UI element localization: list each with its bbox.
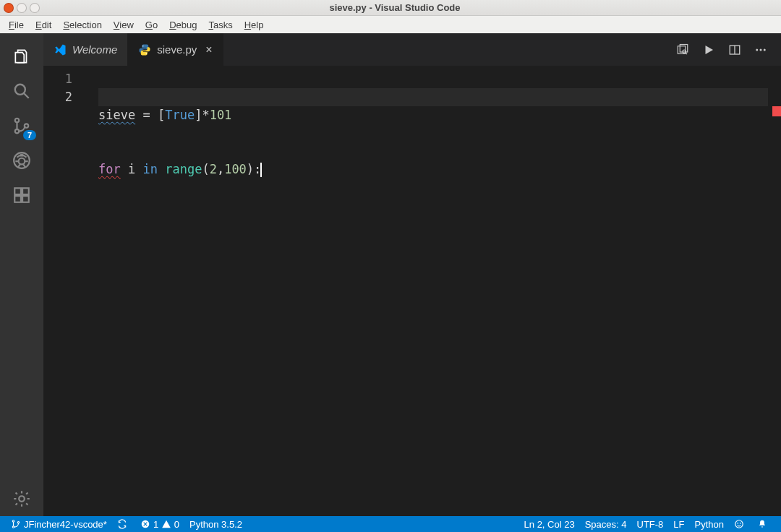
svg-point-0 xyxy=(15,85,25,95)
svg-point-2 xyxy=(15,129,19,133)
svg-point-21 xyxy=(12,526,14,528)
source-control-icon[interactable]: 7 xyxy=(4,108,39,143)
svg-rect-8 xyxy=(22,196,29,202)
svg-point-12 xyxy=(146,53,148,54)
code-line[interactable]: sieve = [True]*101 xyxy=(98,106,781,124)
svg-rect-14 xyxy=(680,44,688,52)
status-bar: JFincher42-vscode* 1 0 Python 3.5.2 Ln 2… xyxy=(0,516,781,532)
close-icon[interactable]: × xyxy=(205,43,212,56)
search-icon[interactable] xyxy=(4,74,39,108)
tab-welcome-label: Welcome xyxy=(72,43,117,56)
vscode-logo-icon xyxy=(54,43,67,56)
extensions-icon[interactable] xyxy=(4,178,39,213)
svg-point-17 xyxy=(756,48,758,51)
window-titlebar: sieve.py - Visual Studio Code xyxy=(0,0,781,16)
line-number: 2 xyxy=(43,88,72,106)
git-branch-status[interactable]: JFincher42-vscode* xyxy=(6,519,112,530)
python-interpreter-status[interactable]: Python 3.5.2 xyxy=(184,519,247,530)
menu-file[interactable]: File xyxy=(3,18,30,32)
svg-point-1 xyxy=(15,119,19,122)
explorer-icon[interactable] xyxy=(4,39,39,74)
menu-tasks[interactable]: Tasks xyxy=(202,18,238,32)
notifications-bell-icon[interactable] xyxy=(752,519,775,529)
debug-icon[interactable] xyxy=(4,143,39,178)
line-number: 1 xyxy=(43,70,72,88)
editor-area[interactable]: 1 2 sieve = [True]*101 for i in range(2,… xyxy=(43,66,781,516)
vscode-body: 7 Welcome sieve.py × xyxy=(0,33,781,516)
feedback-smiley-icon[interactable] xyxy=(729,519,752,529)
svg-point-24 xyxy=(735,520,743,528)
settings-gear-icon[interactable] xyxy=(4,481,39,516)
indentation-status[interactable]: Spaces: 4 xyxy=(580,519,632,530)
python-file-icon xyxy=(138,43,151,56)
svg-point-11 xyxy=(142,46,144,47)
svg-point-18 xyxy=(760,48,762,51)
tab-welcome[interactable]: Welcome xyxy=(43,33,128,66)
activity-bar: 7 xyxy=(0,33,43,516)
run-icon[interactable] xyxy=(696,37,722,63)
menu-selection[interactable]: Selection xyxy=(57,18,107,32)
scm-badge: 7 xyxy=(23,130,36,140)
cursor-position-status[interactable]: Ln 2, Col 23 xyxy=(519,519,580,530)
tab-bar: Welcome sieve.py × xyxy=(43,33,781,66)
svg-rect-9 xyxy=(22,188,29,194)
menu-view[interactable]: View xyxy=(108,18,140,32)
window-title: sieve.py - Visual Studio Code xyxy=(4,2,781,13)
code-line[interactable]: for i in range(2,100): xyxy=(98,160,781,179)
svg-point-20 xyxy=(12,520,14,522)
problems-status[interactable]: 1 0 xyxy=(135,519,184,530)
more-actions-icon[interactable] xyxy=(748,37,774,63)
tab-sieve[interactable]: sieve.py × xyxy=(128,33,223,66)
tab-sieve-label: sieve.py xyxy=(157,43,197,56)
line-number-gutter: 1 2 xyxy=(43,66,90,516)
editor-group: Welcome sieve.py × xyxy=(43,33,781,516)
svg-point-22 xyxy=(17,522,19,523)
menu-go[interactable]: Go xyxy=(140,18,163,32)
code-content[interactable]: sieve = [True]*101 for i in range(2,100)… xyxy=(90,66,781,516)
svg-rect-7 xyxy=(14,196,21,202)
eol-status[interactable]: LF xyxy=(668,519,689,530)
svg-point-26 xyxy=(740,523,741,524)
menu-help[interactable]: Help xyxy=(239,18,270,32)
encoding-status[interactable]: UTF-8 xyxy=(632,519,669,530)
open-changes-icon[interactable] xyxy=(670,37,696,63)
svg-point-10 xyxy=(19,496,25,502)
menu-debug[interactable]: Debug xyxy=(163,18,202,32)
sync-icon[interactable] xyxy=(112,519,135,529)
split-editor-icon[interactable] xyxy=(722,37,748,63)
svg-point-19 xyxy=(764,48,766,51)
svg-rect-6 xyxy=(14,188,21,194)
svg-point-5 xyxy=(19,158,25,165)
language-mode-status[interactable]: Python xyxy=(690,519,729,530)
text-cursor xyxy=(260,163,262,177)
svg-point-25 xyxy=(738,523,738,524)
menubar: File Edit Selection View Go Debug Tasks … xyxy=(0,16,781,33)
editor-actions xyxy=(670,33,781,66)
menu-edit[interactable]: Edit xyxy=(30,18,57,32)
